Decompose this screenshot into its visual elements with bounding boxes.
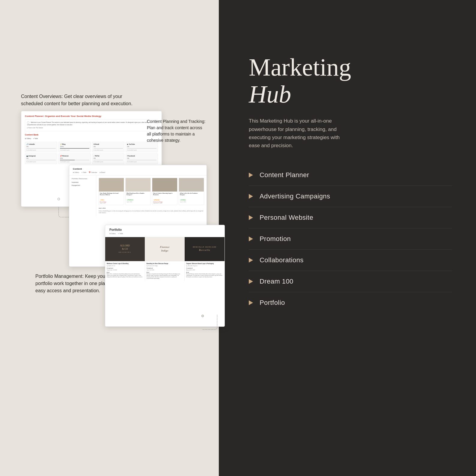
nav-item-personal-website[interactable]: Personal Website (249, 207, 452, 228)
screenshot-portfolio: Portfolio ⊞ Gallery≡ Table ALLORD& COBRA… (105, 225, 225, 327)
content-planning-box: Content Planning and Tracking: Plan and … (147, 118, 207, 144)
marketing-hub-title: Marketing Hub (249, 54, 452, 108)
scp-card-3: BERCELLE SKINCAREBercelle Organic Skinca… (185, 237, 225, 281)
scg-card-3: How to Create a Stunning Logo in Illustr… (152, 178, 177, 205)
scg-main: Case Study: Redesign of a Local Business… (96, 175, 207, 216)
nav-label-dream-100: Dream 100 (260, 278, 293, 285)
scp-cards: ALLORD& COBRANDING Wellness Center Logo … (105, 237, 225, 281)
nav-item-collaborations[interactable]: Collaborations (249, 250, 452, 271)
arrow-dot-2 (201, 315, 204, 317)
scg-sidebar: Portfolio Resources Inspiration Engageme… (69, 175, 96, 216)
scg-card-2: Why Should you Hire a Graphic Designer? … (125, 178, 151, 205)
nav-arrow-content-planner (249, 173, 253, 177)
nav-arrow-dream-100 (249, 279, 253, 284)
nav-item-advertising-campaigns[interactable]: Advertising Campaigns (249, 186, 452, 207)
marketing-hub-nav: Content Planner Advertising Campaigns Pe… (249, 165, 452, 313)
content-overview-text: Content Overviews: Get clear overviews o… (21, 93, 141, 107)
scg-detail: July 8, 2024 Create a detailed blog post… (99, 207, 204, 214)
marketing-hub-description: This Marketing Hub is your all-in-one po… (249, 117, 345, 150)
nav-label-collaborations: Collaborations (260, 256, 304, 264)
sc-planner-tabs: ⊞ Gallery≡ Table (25, 138, 158, 139)
sc-platforms-grid: 🔗 LinkedIn0%0 scheduled posts 📝 Blog100%… (25, 142, 158, 164)
nav-arrow-portfolio (249, 300, 253, 305)
right-panel: Marketing Hub This Marketing Hub is your… (219, 0, 476, 476)
scp-card-1: ALLORD& COBRANDING Wellness Center Logo … (105, 237, 145, 281)
nav-item-dream-100[interactable]: Dream 100 (249, 271, 452, 292)
nav-arrow-advertising-campaigns (249, 194, 253, 199)
sc-planner-title: Content Planner: Organize and Execute Yo… (25, 115, 158, 118)
nav-item-content-planner[interactable]: Content Planner (249, 165, 452, 186)
nav-item-portfolio[interactable]: Portfolio (249, 292, 452, 313)
sc-content-bank-label: Content Bank (25, 134, 158, 136)
nav-label-portfolio: Portfolio (260, 299, 285, 307)
scg-card-1: Case Study: Redesign of a Local Business… (99, 178, 124, 205)
nav-arrow-promotion (249, 237, 253, 241)
scp-card-2: FlorenceIndigo Branding for New Skincare… (145, 237, 185, 281)
nav-arrow-collaborations (249, 258, 253, 263)
nav-label-content-planner: Content Planner (260, 171, 309, 179)
nav-item-promotion[interactable]: Promotion (249, 228, 452, 250)
scg-tabs: ⊞ Gallery≡ Table📅 Calendar⊟ Board (73, 171, 203, 173)
title-italic: Hub (249, 81, 452, 108)
arrow-connector (202, 315, 217, 330)
nav-label-advertising-campaigns: Advertising Campaigns (260, 192, 330, 200)
nav-label-personal-website: Personal Website (260, 214, 313, 222)
scp-title: Portfolio (109, 228, 220, 231)
scg-title: Content (73, 168, 203, 170)
nav-label-promotion: Promotion (260, 235, 291, 243)
sc-planner-desc: Welcome to your Content Planner! This se… (25, 119, 158, 131)
left-panel: Content Overviews: Get clear overviews o… (0, 0, 219, 476)
scp-tabs: ⊞ Gallery≡ Table (109, 233, 220, 234)
scg-card-4: A Day in the Life of a Freelance Designe… (179, 178, 204, 205)
content-planning-label: Content Planning and Tracking: Plan and … (147, 119, 205, 143)
title-normal: Marketing (249, 54, 452, 81)
content-overview-label: Content Overviews: Get clear overviews o… (21, 94, 132, 106)
nav-arrow-personal-website (249, 215, 253, 220)
arrow-dot-1 (58, 198, 60, 200)
